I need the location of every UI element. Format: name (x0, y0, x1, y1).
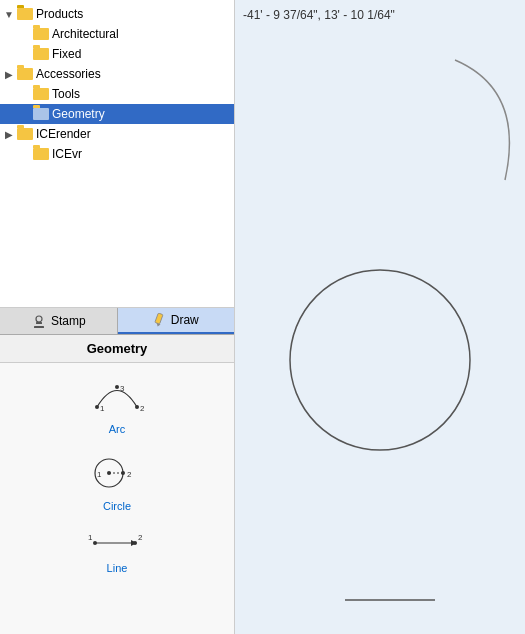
geo-item-circle[interactable]: 1 2 Circle (87, 451, 147, 512)
canvas-drawing (235, 0, 525, 634)
main-container: ▼ Products Architectural Fi (0, 0, 525, 634)
geometry-content: 1 2 3 Arc (0, 363, 234, 634)
expander-icevr (18, 149, 32, 160)
svg-rect-2 (34, 326, 44, 328)
label-icerender: ICErender (36, 127, 91, 141)
expander-fixed (18, 49, 32, 60)
folder-icon-accessories (16, 66, 34, 82)
svg-text:1: 1 (88, 533, 93, 542)
geometry-panel: Geometry 1 2 3 (0, 335, 234, 634)
geo-item-arc[interactable]: 1 2 3 Arc (87, 379, 147, 435)
expander-geometry (18, 109, 32, 120)
line-label: Line (107, 562, 128, 574)
arc-label: Arc (109, 423, 126, 435)
geometry-title: Geometry (0, 335, 234, 363)
tree-item-accessories[interactable]: ▶ Accessories (0, 64, 234, 84)
label-geometry: Geometry (52, 107, 105, 121)
svg-marker-22 (131, 540, 137, 546)
expander-products[interactable]: ▼ (2, 9, 16, 20)
svg-point-0 (36, 316, 42, 322)
label-accessories: Accessories (36, 67, 101, 81)
label-products: Products (36, 7, 83, 21)
label-tools: Tools (52, 87, 80, 101)
folder-icon-icerender (16, 126, 34, 142)
tab-draw-label: Draw (171, 313, 199, 327)
folder-icon-architectural (32, 26, 50, 42)
geo-item-line[interactable]: 1 2 Line (87, 528, 147, 574)
expander-accessories[interactable]: ▶ (2, 69, 16, 80)
pencil-icon (153, 313, 167, 327)
label-architectural: Architectural (52, 27, 119, 41)
svg-rect-3 (155, 313, 163, 324)
tree-item-products[interactable]: ▼ Products (0, 4, 234, 24)
circle-label: Circle (103, 500, 131, 512)
svg-text:1: 1 (97, 470, 102, 479)
tree-item-fixed[interactable]: Fixed (0, 44, 234, 64)
tree-item-architectural[interactable]: Architectural (0, 24, 234, 44)
svg-point-9 (115, 385, 119, 389)
expander-architectural (18, 29, 32, 40)
tree-item-geometry[interactable]: Geometry (0, 104, 234, 124)
label-fixed: Fixed (52, 47, 81, 61)
stamp-icon (31, 313, 47, 329)
svg-text:2: 2 (140, 404, 145, 413)
folder-icon-icevr (32, 146, 50, 162)
line-diagram: 1 2 (87, 528, 147, 558)
arc-diagram: 1 2 3 (87, 379, 147, 419)
svg-text:2: 2 (138, 533, 143, 542)
tab-draw[interactable]: Draw (118, 308, 235, 334)
svg-text:2: 2 (127, 470, 132, 479)
folder-icon-products (16, 6, 34, 22)
circle-diagram: 1 2 (87, 451, 147, 496)
svg-text:1: 1 (100, 404, 105, 413)
folder-icon-geometry (32, 106, 50, 122)
tab-stamp[interactable]: Stamp (0, 308, 118, 334)
folder-icon-fixed (32, 46, 50, 62)
expander-tools (18, 89, 32, 100)
svg-point-23 (290, 270, 470, 450)
canvas-panel: -41' - 9 37/64", 13' - 10 1/64" (235, 0, 525, 634)
tab-stamp-label: Stamp (51, 314, 86, 328)
tree-item-icevr[interactable]: ICEvr (0, 144, 234, 164)
tree-item-icerender[interactable]: ▶ ICErender (0, 124, 234, 144)
folder-icon-tools (32, 86, 50, 102)
label-icevr: ICEvr (52, 147, 82, 161)
tree-panel: ▼ Products Architectural Fi (0, 0, 234, 308)
expander-icerender[interactable]: ▶ (2, 129, 16, 140)
tree-item-tools[interactable]: Tools (0, 84, 234, 104)
left-panel: ▼ Products Architectural Fi (0, 0, 235, 634)
tab-bar: Stamp Draw (0, 308, 234, 335)
svg-rect-1 (36, 322, 42, 324)
